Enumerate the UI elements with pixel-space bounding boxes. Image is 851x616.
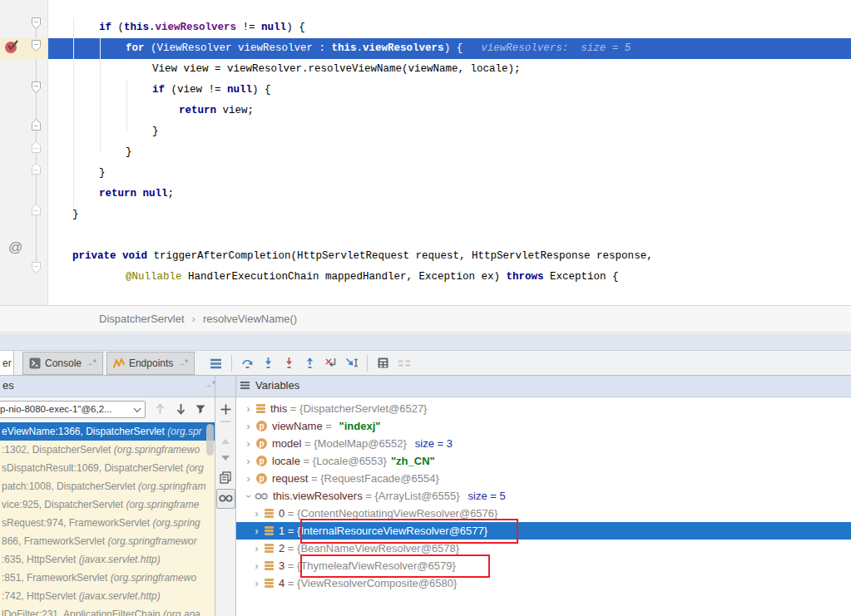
stack-frame-row[interactable]: eViewName:1366, DispatcherServlet (org.s… [0, 422, 215, 441]
stack-frame-row[interactable]: :742, HttpServlet (javax.servlet.http) [0, 587, 215, 605]
remove-watch-icon[interactable] [215, 420, 235, 423]
value-icon [265, 560, 274, 572]
chevron-collapsed-icon[interactable]: › [251, 525, 262, 537]
chevron-collapsed-icon[interactable]: › [243, 403, 254, 415]
frames-scrollbar-thumb[interactable] [206, 424, 214, 456]
variable-row[interactable]: ›this.viewResolvers = {ArrayList@6555}si… [236, 487, 851, 505]
variable-name: 2 [279, 542, 284, 554]
code-line[interactable]: } [0, 205, 851, 225]
code-line[interactable]: } [0, 121, 851, 142]
breadcrumb-class[interactable]: DispatcherServlet [99, 313, 185, 325]
collection-size: size = 3 [415, 437, 453, 450]
chevron-collapsed-icon[interactable]: › [251, 560, 262, 572]
step-out-icon[interactable] [299, 354, 320, 372]
breadcrumb: DispatcherServlet › resolveViewName() [0, 305, 851, 333]
value-icon [265, 525, 274, 537]
panel-divider[interactable] [215, 376, 215, 616]
filter-icon[interactable] [192, 401, 209, 417]
code-line[interactable]: } [0, 163, 851, 184]
down-arrow-icon[interactable] [172, 401, 189, 417]
breadcrumb-method[interactable]: resolveViewName() [203, 313, 297, 325]
panel-headers: es →* Variables [0, 376, 851, 397]
chevron-collapsed-icon[interactable]: › [243, 473, 254, 485]
chevron-collapsed-icon[interactable]: › [243, 438, 254, 450]
drop-frame-icon[interactable] [320, 354, 341, 372]
tab-endpoints[interactable]: Endpoints →* [106, 352, 195, 375]
thread-selector[interactable]: p-nio-8080-exec-1"@6,2... [0, 401, 146, 418]
code-line[interactable]: return null; [0, 184, 851, 205]
up-arrow-icon[interactable] [151, 401, 168, 417]
value-icon [265, 508, 274, 520]
frames-panel: p-nio-8080-exec-1"@6,2... eViewNam [0, 397, 215, 616]
add-watch-icon[interactable] [215, 403, 235, 416]
variable-value: {ViewResolverComposite@6580} [297, 577, 457, 589]
evaluate-expression-icon[interactable] [373, 354, 393, 372]
chevron-collapsed-icon[interactable]: › [251, 578, 262, 589]
stack-frame-row[interactable]: :851, FrameworkServlet (org.springframew… [0, 569, 215, 587]
variable-value: {ThymeleafViewResolver@6579} [297, 559, 456, 572]
variable-name: model [272, 437, 301, 450]
variable-row[interactable]: ›0 = {ContentNegotiatingViewResolver@657… [236, 505, 851, 522]
code-line[interactable]: return view; [0, 101, 851, 121]
variable-row[interactable]: ›pviewName = "indexj" [236, 417, 851, 435]
move-up-icon[interactable] [215, 439, 235, 444]
variable-row[interactable]: ›4 = {ViewResolverComposite@6580} [236, 574, 851, 592]
code-line[interactable]: } [0, 142, 851, 163]
step-into-icon[interactable] [258, 354, 279, 372]
variable-name: request [272, 472, 308, 485]
variable-name: 0 [279, 507, 284, 520]
variable-row[interactable]: ›this = {DispatcherServlet@6527} [236, 400, 851, 417]
stack-frame-row[interactable]: sRequest:974, FrameworkServlet (org.spri… [0, 514, 215, 532]
chevron-down-icon [133, 407, 141, 413]
threads-view-icon[interactable] [205, 354, 226, 372]
variable-row[interactable]: ›prequest = {RequestFacade@6554} [236, 470, 851, 487]
chevron-collapsed-icon[interactable]: › [251, 543, 262, 554]
chevron-collapsed-icon[interactable]: › [251, 508, 262, 520]
variable-value: {ArrayList@6555} [374, 490, 459, 502]
variable-value: {BeanNameViewResolver@6578} [297, 542, 459, 554]
tab-console[interactable]: Console →* [22, 352, 103, 375]
stack-frame-row[interactable]: 866, FrameworkServlet (org.springframewo… [0, 532, 215, 550]
stack-frame-row[interactable]: :1302, DispatcherServlet (org.springfram… [0, 441, 215, 459]
variable-row[interactable]: ›3 = {ThymeleafViewResolver@6579} [236, 557, 851, 574]
code-line[interactable]: View view = viewResolver.resolveViewName… [0, 59, 851, 80]
debug-tabbar: er Console →* Endpoints →* [0, 351, 851, 376]
chevron-collapsed-icon[interactable]: › [243, 456, 254, 467]
variable-row[interactable]: ›pmodel = {ModelMap@6552}size = 3 [236, 435, 851, 452]
variable-row[interactable]: ›2 = {BeanNameViewResolver@6578} [236, 540, 851, 557]
stack-frame-row[interactable]: sDispatchResult:1069, DispatcherServlet … [0, 459, 215, 477]
debug-panels: p-nio-8080-exec-1"@6,2... eViewNam [0, 397, 851, 616]
show-watches-icon[interactable] [215, 489, 235, 509]
code-line[interactable] [0, 225, 851, 246]
variable-name: locale [272, 455, 300, 467]
endpoints-icon [113, 357, 125, 369]
parameter-icon: p [256, 456, 267, 466]
variables-panel: ›this = {DispatcherServlet@6527}›pviewNa… [236, 397, 851, 616]
variable-value: {Locale@6553} [313, 455, 387, 467]
parameter-icon: p [256, 421, 267, 431]
tab-debugger-partial[interactable]: er [0, 351, 14, 375]
chevron-expanded-icon[interactable]: › [243, 490, 255, 501]
move-down-icon[interactable] [215, 456, 235, 461]
stack-frame-row[interactable]: patch:1008, DispatcherServlet (org.sprin… [0, 477, 215, 495]
variable-row[interactable]: ›plocale = {Locale@6553}"zh_CN" [236, 452, 851, 470]
duplicate-icon[interactable] [215, 471, 235, 484]
menu-icon[interactable] [240, 381, 250, 390]
panel-divider[interactable] [235, 376, 236, 616]
code-line[interactable]: @Nullable HandlerExecutionChain mappedHa… [0, 267, 851, 288]
stack-frame-row[interactable]: vice:925, DispatcherServlet (org.springf… [0, 495, 215, 514]
step-over-icon[interactable] [237, 354, 258, 372]
code-editor[interactable]: @ if (this.viewResolvers != null) {for (… [0, 0, 851, 305]
variable-value: {RequestFacade@6554} [320, 472, 439, 485]
code-line[interactable]: if (view != null) { [0, 80, 851, 101]
layout-settings-icon[interactable] [393, 354, 414, 372]
code-line[interactable]: for (ViewResolver viewResolver : this.vi… [0, 38, 851, 59]
code-line[interactable]: if (this.viewResolvers != null) { [0, 17, 851, 38]
stack-frame-row[interactable]: lDoFilter:231, ApplicationFilterChain (o… [0, 605, 215, 616]
force-step-into-icon[interactable] [279, 354, 299, 372]
stack-frame-row[interactable]: :635, HttpServlet (javax.servlet.http) [0, 550, 215, 569]
run-to-cursor-icon[interactable] [341, 354, 362, 372]
code-line[interactable]: private void triggerAfterCompletion(Http… [0, 246, 851, 267]
variable-row[interactable]: ›1 = {InternalResourceViewResolver@6577} [236, 522, 851, 540]
chevron-collapsed-icon[interactable]: › [243, 421, 254, 432]
